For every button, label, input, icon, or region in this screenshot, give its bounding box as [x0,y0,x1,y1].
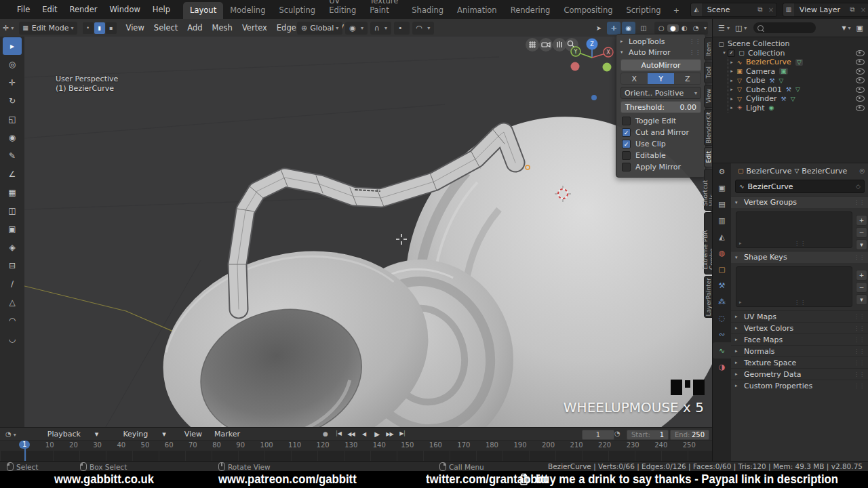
edge-select-button[interactable]: ▮ [94,22,105,34]
gizmos-toggle[interactable]: ✛ [607,22,620,35]
tool-shear[interactable]: ◡ [3,330,22,348]
menu-render[interactable]: Render [64,5,104,14]
outliner-row-cylinder[interactable]: ▸ ▽ Cylinder ⚒ ▽ [728,94,868,104]
tool-spin[interactable]: ◠ [3,312,22,329]
menu-window[interactable]: Window [103,5,146,14]
tool-bevel[interactable]: ◈ [3,239,22,256]
current-frame-field[interactable]: 1 [582,430,614,440]
tab-scripting[interactable]: Scripting [620,2,668,19]
menu-view-timeline[interactable]: View [178,430,208,439]
collection-checkbox[interactable]: ✓ [728,49,735,57]
editor-type-button[interactable]: ✛▾ [0,24,16,33]
menu-vertex[interactable]: Vertex [237,23,272,33]
rendered-shading-button[interactable]: ◔ [690,24,702,32]
outliner-row-beziercurve[interactable]: ▸ ∿ BezierCurve ▽ [728,58,868,67]
wireframe-shading-button[interactable]: ○ [656,24,667,32]
face-select-button[interactable]: ▪ [106,22,117,34]
menu-select[interactable]: Select [149,23,182,33]
menu-view[interactable]: View [121,23,149,33]
falloff-dropdown[interactable]: ◠▾ [412,22,435,35]
geometry-data-panel[interactable]: ▸Geometry Data⋮⋮ [731,368,868,380]
tab-compositing[interactable]: Compositing [557,2,619,19]
tab-layout[interactable]: Layout [183,2,223,19]
tab-physics[interactable]: ◌ [713,310,731,326]
visibility-eye-icon[interactable] [856,77,865,83]
vertex-group-specials-button[interactable]: ▾ [856,239,867,250]
remove-shape-key-button[interactable]: − [856,282,867,293]
tool-poly-build[interactable]: △ [3,293,22,311]
pin-icon[interactable]: ◎ [859,167,865,174]
tab-modeling[interactable]: Modeling [223,2,272,19]
outliner-row-light[interactable]: ▸ ☀ Light ◉ [728,104,868,113]
stopwatch-icon[interactable]: ◔ [614,430,620,437]
menu-marker[interactable]: Marker [208,430,246,439]
tool-rotate[interactable]: ↻ [3,92,22,110]
new-collection-button[interactable]: ▣ [854,24,866,33]
visibility-eye-icon[interactable] [856,87,865,93]
breadcrumb-object[interactable]: BezierCurve [747,167,792,176]
vertex-groups-header[interactable]: ▾ Vertex Groups ⋮⋮ [731,196,868,208]
breadcrumb-data[interactable]: BezierCurve [802,167,847,176]
tab-tool[interactable]: ⚙ [713,163,731,180]
auto-keying-button[interactable]: ● [319,429,332,439]
frame-end-field[interactable]: End:250 [670,430,709,440]
tool-measure[interactable]: ∠ [3,165,22,183]
menu-mesh[interactable]: Mesh [208,23,237,33]
collection-row[interactable]: ▾ ✓ ▢ Collection [713,49,868,58]
visibility-eye-icon[interactable] [856,68,865,75]
material-shading-button[interactable]: ◐ [679,24,690,32]
tab-material[interactable]: ◑ [713,359,731,375]
playhead[interactable] [24,448,26,462]
custom-properties-panel[interactable]: ▸Custom Properties⋮⋮ [731,380,868,391]
tab-shading[interactable]: Shading [405,2,450,19]
tool-add-cube[interactable]: ▦ [3,184,22,201]
menu-add[interactable]: Add [182,23,207,33]
tab-constraints[interactable]: ∾ [713,326,731,342]
normals-panel[interactable]: ▸Normals⋮⋮ [731,345,868,357]
tab-scene[interactable]: ◭ [713,228,731,245]
use-clip-row[interactable]: ✓ Use Clip [616,138,705,150]
editor-type-outliner-button[interactable]: ☰▾ [715,24,732,33]
visibility-eye-icon[interactable] [856,50,865,56]
orientation-dropdown[interactable]: ⊕ Global ▾ [297,22,342,35]
add-workspace-button[interactable]: + [668,3,685,19]
outliner-row-camera[interactable]: ▸ ▣ Camera ▣ [728,67,868,77]
timeline-ruler[interactable]: 1 1020 3040 5060 7080 90100 110120 13014… [0,440,712,451]
mode-dropdown[interactable]: ▦ Edit Mode ▾ [19,22,77,35]
snap-toggle[interactable]: ∩▾ [370,22,391,35]
tool-transform[interactable]: ◉ [3,129,22,146]
scene-collection-row[interactable]: ▢ Scene Collection [713,39,868,49]
collapse-icon[interactable]: ▾ [721,50,728,56]
automirror-panel-header[interactable]: ▾ Auto Mirror ⋮⋮ [616,47,705,58]
scene-selector[interactable]: ◭ Scene ⧉ × [690,3,777,17]
shape-keys-list[interactable]: ▸ ⋮⋮ [736,266,852,307]
tool-loop-cut[interactable]: ⊟ [3,257,22,274]
remove-view-layer-icon[interactable]: × [858,6,868,14]
tool-cursor[interactable]: ◎ [3,56,22,73]
next-keyframe-button[interactable]: ▶▶ [383,429,396,439]
new-view-layer-icon[interactable]: ⧉ [847,5,858,14]
jump-to-end-button[interactable]: ▶⏐ [396,429,409,439]
vertex-colors-panel[interactable]: ▸Vertex Colors⋮⋮ [731,322,868,333]
solid-shading-button[interactable]: ● [667,24,679,32]
looptools-panel-header[interactable]: ▸ LoopTools ⋮⋮ [616,36,705,47]
tab-render[interactable]: ▣ [713,180,731,196]
tool-knife[interactable]: ∕ [3,275,22,293]
visibility-eye-icon[interactable] [856,96,865,102]
tab-uv-editing[interactable]: UV Editing [322,0,363,19]
cut-and-mirror-row[interactable]: ✓ Cut and Mirror [616,127,705,138]
unlink-scene-icon[interactable]: × [766,6,776,14]
tab-modifiers[interactable]: ⚒ [713,277,731,293]
xray-toggle[interactable]: ◫ [637,22,650,35]
vertex-select-button[interactable]: • [83,22,94,34]
shape-key-specials-button[interactable]: ▾ [856,294,867,305]
face-maps-panel[interactable]: ▸Face Maps⋮⋮ [731,333,868,345]
3d-viewport[interactable]: Z Y X User Perspective (1) BezierCurve [24,37,712,427]
tool-inset-faces[interactable]: ▣ [3,220,22,238]
filter-button[interactable]: ▼▾ [839,25,853,31]
vertex-groups-list[interactable]: ▸ ⋮⋮ [736,211,852,248]
menu-keying[interactable]: Keying▾ [111,430,178,439]
tool-extrude-region[interactable]: ◫ [3,202,22,220]
tool-move[interactable]: ✛ [3,74,22,92]
outliner-search-input[interactable] [753,22,816,33]
